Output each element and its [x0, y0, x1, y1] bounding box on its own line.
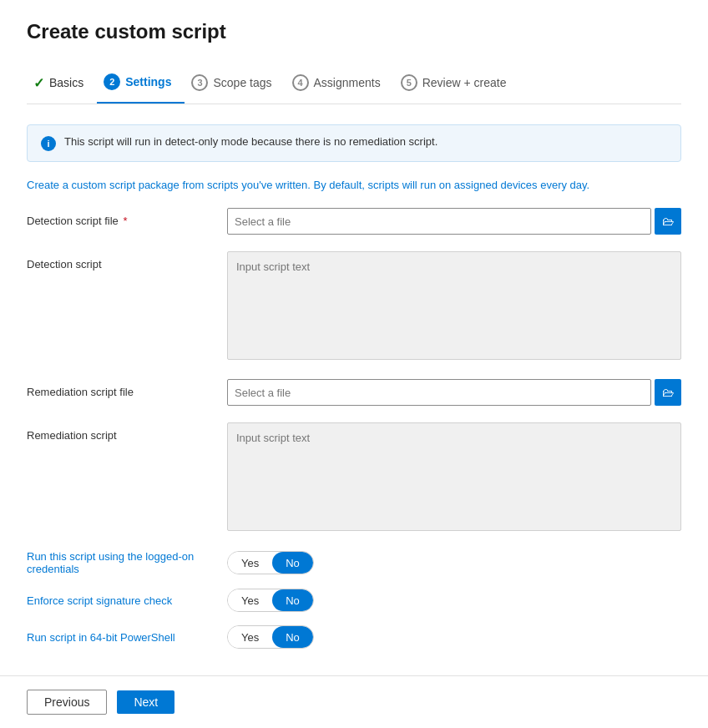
step-review-create-label: Review + create — [422, 76, 507, 89]
step-settings-circle: 2 — [104, 73, 120, 90]
detection-script-row: Detection script — [27, 251, 681, 362]
page-title: Create custom script — [27, 20, 681, 43]
detection-script-textarea[interactable] — [227, 251, 681, 360]
remediation-script-file-control: 🗁 — [227, 379, 681, 406]
remediation-script-row: Remediation script — [27, 422, 681, 533]
required-indicator: * — [120, 215, 128, 227]
toggle-64bit-yes[interactable]: Yes — [228, 626, 272, 648]
toggle-signature-label: Enforce script signature check — [27, 594, 227, 607]
step-assignments-label: Assignments — [314, 76, 381, 89]
step-assignments[interactable]: 4 Assignments — [286, 64, 394, 103]
remediation-script-file-browse-button[interactable]: 🗁 — [655, 379, 681, 406]
detection-script-file-row: Detection script file * 🗁 — [27, 208, 681, 235]
remediation-script-label: Remediation script — [27, 422, 227, 442]
description-text: Create a custom script package from scri… — [27, 179, 681, 191]
next-button[interactable]: Next — [117, 690, 174, 714]
toggle-64bit-no[interactable]: No — [272, 626, 313, 648]
toggle-logged-on-label: Run this script using the logged-on cred… — [27, 550, 227, 575]
detection-script-file-browse-button[interactable]: 🗁 — [655, 208, 681, 235]
toggle-signature-yes[interactable]: Yes — [228, 589, 272, 611]
step-review-create-circle: 5 — [401, 74, 417, 91]
step-settings[interactable]: 2 Settings — [97, 63, 185, 104]
remediation-script-file-row: Remediation script file 🗁 — [27, 379, 681, 406]
toggle-64bit-group: Yes No — [227, 625, 314, 649]
previous-button[interactable]: Previous — [27, 690, 107, 715]
toggle-logged-on-yes[interactable]: Yes — [228, 552, 272, 574]
remediation-script-control — [227, 422, 681, 533]
toggle-logged-on-no[interactable]: No — [272, 552, 313, 574]
checkmark-icon: ✓ — [33, 75, 44, 91]
remediation-script-textarea[interactable] — [227, 422, 681, 531]
step-review-create[interactable]: 5 Review + create — [394, 64, 520, 103]
footer: Previous Next — [0, 675, 708, 728]
toggle-logged-on-row: Run this script using the logged-on cred… — [27, 550, 681, 575]
toggle-64bit-row: Run script in 64-bit PowerShell Yes No — [27, 625, 681, 649]
info-icon: i — [41, 136, 56, 151]
step-settings-label: Settings — [125, 75, 171, 88]
detection-script-file-input[interactable] — [227, 208, 651, 235]
toggle-64bit-label: Run script in 64-bit PowerShell — [27, 631, 227, 644]
step-scope-tags-circle: 3 — [191, 74, 208, 91]
toggle-signature-no[interactable]: No — [272, 589, 313, 611]
step-scope-tags-label: Scope tags — [213, 76, 271, 89]
folder-icon-2: 🗁 — [662, 386, 674, 399]
step-assignments-circle: 4 — [292, 74, 309, 91]
info-banner-text: This script will run in detect-only mode… — [64, 135, 437, 148]
detection-script-label: Detection script — [27, 251, 227, 270]
folder-icon: 🗁 — [662, 215, 674, 228]
form-section: Detection script file * 🗁 Detection scri… — [27, 208, 681, 649]
step-basics-label: Basics — [49, 76, 83, 89]
detection-script-file-label: Detection script file * — [27, 208, 227, 227]
step-scope-tags[interactable]: 3 Scope tags — [185, 64, 285, 103]
detection-script-control — [227, 251, 681, 362]
toggle-signature-row: Enforce script signature check Yes No — [27, 589, 681, 612]
detection-script-file-control: 🗁 — [227, 208, 681, 235]
toggle-logged-on-group: Yes No — [227, 551, 314, 574]
toggle-signature-group: Yes No — [227, 589, 314, 612]
wizard-steps: ✓ Basics 2 Settings 3 Scope tags 4 Assig… — [27, 63, 681, 104]
remediation-script-file-input[interactable] — [227, 379, 651, 406]
info-banner: i This script will run in detect-only mo… — [27, 124, 681, 162]
remediation-script-file-label: Remediation script file — [27, 379, 227, 398]
step-basics[interactable]: ✓ Basics — [27, 65, 97, 103]
